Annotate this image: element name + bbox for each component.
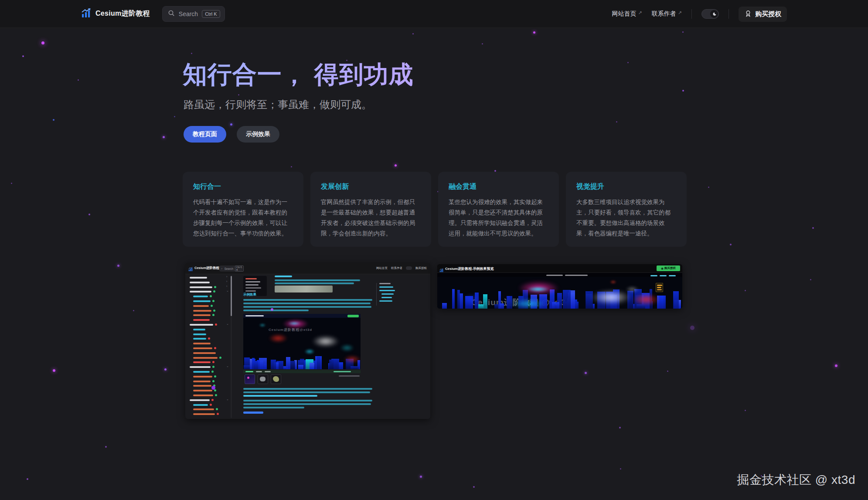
particle xyxy=(117,265,119,267)
mini-building xyxy=(317,357,320,369)
mini-scrollbar-thumb xyxy=(231,276,232,316)
mini-sidebar-item xyxy=(193,347,212,349)
mini-sidebar-item xyxy=(193,305,209,307)
theme-toggle-knob xyxy=(710,10,718,18)
particle xyxy=(810,279,811,280)
mini-building xyxy=(290,361,295,369)
particle xyxy=(11,183,12,184)
particle xyxy=(745,290,746,291)
demo-preview-screenshot[interactable]: Cesium进阶教程-示例效果预览 ◉ 购买授权 Cesium进阶教程 @ xt… xyxy=(437,264,682,309)
mini-text-line xyxy=(275,279,360,281)
mini-sidebar-item xyxy=(193,319,210,321)
mini-toolbar-item xyxy=(265,371,271,372)
mini-theme-toggle xyxy=(406,266,412,270)
scene-glow xyxy=(312,336,339,347)
mini-link-contact: 联系作者 xyxy=(391,266,402,270)
mini-scene-title-bar xyxy=(245,315,264,316)
theme-toggle[interactable] xyxy=(701,9,719,19)
mini-sidebar-item xyxy=(193,376,212,378)
mini-building xyxy=(457,290,460,309)
page: Cesium进阶教程 Search Ctrl K 网站首页 ↗ 联系作者 xyxy=(0,0,868,500)
feature-card: 知行合一 代码看十遍不如写一遍，这是作为一个开发者应有的觉悟，跟着本教程的步骤复… xyxy=(183,172,303,247)
mini-building xyxy=(442,303,447,309)
particle xyxy=(174,116,175,117)
mini-status-dot xyxy=(212,300,214,302)
demo-effects-button[interactable]: 示例效果 xyxy=(237,126,279,143)
particle xyxy=(412,33,414,34)
tutorial-page-button[interactable]: 教程页面 xyxy=(184,126,226,143)
demo-caption-bar xyxy=(565,275,588,276)
particle xyxy=(22,55,24,57)
scene-glow xyxy=(269,334,288,343)
mini-status-dot xyxy=(213,310,215,312)
mini-sidebar-item xyxy=(190,291,211,293)
mini-chevron: ⌄ xyxy=(226,289,229,293)
mini-sidebar-particle xyxy=(211,386,215,390)
mini-sidebar-item xyxy=(190,282,210,283)
particle xyxy=(619,427,621,429)
mini-building xyxy=(659,296,666,309)
mini-building xyxy=(286,357,291,369)
particle xyxy=(667,371,668,372)
buy-license-button[interactable]: 购买授权 xyxy=(739,7,787,22)
mini-status-dot xyxy=(219,357,221,359)
particle xyxy=(585,372,587,374)
particle xyxy=(230,123,232,126)
mini-text-line xyxy=(243,299,372,301)
scene-glow xyxy=(591,290,631,305)
mini-nav-links: 网站首页 联系作者 购买授权 xyxy=(376,266,427,270)
mini-sidebar-item xyxy=(193,352,216,354)
mini-tile-shape xyxy=(260,377,266,381)
mini-toc-item xyxy=(379,286,393,288)
mini-logo-icon xyxy=(439,266,444,274)
search-button[interactable]: Search Ctrl K xyxy=(162,6,225,22)
mini-status-dot xyxy=(211,371,214,373)
mini-status-dot xyxy=(212,361,214,363)
mini-code-line xyxy=(245,290,256,292)
mini-sidebar-item xyxy=(193,333,206,335)
search-label: Search xyxy=(179,10,198,17)
mini-text-line xyxy=(243,388,372,390)
legend-line xyxy=(657,289,662,290)
feature-title: 知行合一 xyxy=(193,182,293,191)
nav-link-contact[interactable]: 联系作者 ↗ xyxy=(652,10,682,18)
mini-building xyxy=(310,363,314,369)
tutorial-page-screenshot[interactable]: Cesium进阶教程 ⌕ Search Ctrl K 网站首页 联系作者 购买授… xyxy=(185,263,430,419)
mini-status-dot xyxy=(211,305,213,307)
mini-search-label: Search xyxy=(225,267,234,270)
mini-license-label: 购买授权 xyxy=(415,266,427,270)
mini-chevron: › xyxy=(226,285,227,288)
feature-card: 融会贯通 某些您认为很难的效果，其实做起来很简单，只是您还不清楚其具体的原理。只… xyxy=(438,172,559,247)
mini-toc-item xyxy=(379,290,395,291)
mini-chevron: ⌄ xyxy=(226,398,229,401)
scene-glow xyxy=(259,323,266,327)
scene-glow xyxy=(511,299,546,308)
mini-code-line xyxy=(245,278,257,279)
scene-glow xyxy=(304,349,315,354)
legend-line xyxy=(657,287,661,288)
particle xyxy=(482,43,483,44)
mini-sidebar-item xyxy=(190,399,210,401)
divider xyxy=(691,9,692,19)
nav-link-home[interactable]: 网站首页 ↗ xyxy=(612,10,642,18)
mini-status-dot xyxy=(213,290,215,293)
demo-link-bar xyxy=(660,275,667,276)
mini-text-line xyxy=(275,282,354,284)
external-link-icon: ↗ xyxy=(678,10,682,16)
mini-sidebar-item xyxy=(193,413,215,415)
logo[interactable]: Cesium进阶教程 xyxy=(81,8,150,20)
search-icon xyxy=(168,10,175,18)
particle xyxy=(53,119,54,121)
particle xyxy=(835,364,837,367)
mini-status-dot xyxy=(217,413,219,415)
mini-text-line xyxy=(243,303,371,304)
hero-tagline: 路虽远，行则将至；事虽难，做则可成。 xyxy=(184,98,372,112)
mini-caption-bar xyxy=(339,375,360,377)
feature-cards: 知行合一 代码看十遍不如写一遍，这是作为一个开发者应有的觉悟，跟着本教程的步骤复… xyxy=(183,172,687,247)
mini-status-dot xyxy=(215,323,217,326)
mini-site-title: Cesium进阶教程 xyxy=(194,266,219,270)
mini-sidebar-item xyxy=(190,277,207,279)
demo-license-badge: ◉ 购买授权 xyxy=(657,265,680,271)
mini-tile xyxy=(245,374,255,384)
mini-toolbar-item xyxy=(334,371,351,372)
